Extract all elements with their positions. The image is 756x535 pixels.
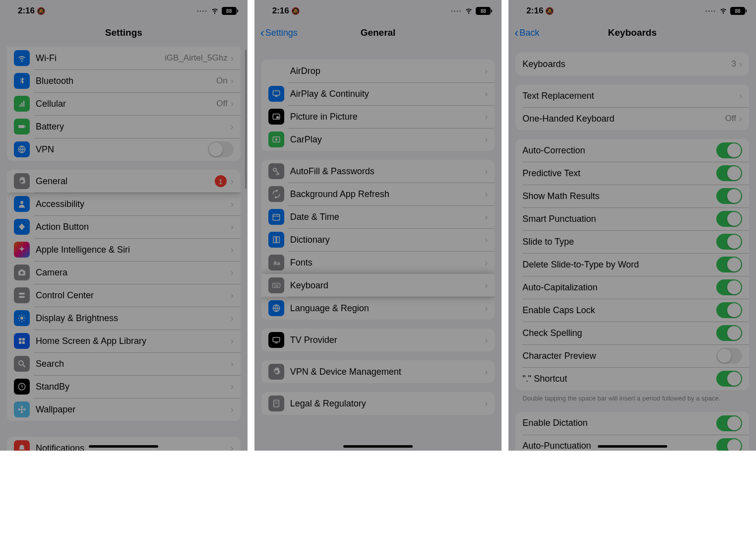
calendar-icon (268, 209, 284, 225)
row-spelling[interactable]: Check Spelling (515, 322, 749, 344)
row-slidetype[interactable]: Slide to Type (515, 230, 749, 253)
row-label: Home Screen & App Library (36, 336, 231, 346)
row-airplay[interactable]: AirPlay & Continuity› (261, 82, 495, 105)
row-charpreview[interactable]: Character Preview (515, 344, 749, 367)
row-tvprovider[interactable]: TV Provider› (261, 329, 495, 351)
row-textreplace[interactable]: Text Replacement› (515, 84, 749, 107)
row-keyboard[interactable]: Keyboard› (261, 274, 495, 297)
settings-content[interactable]: Wi-FiiGB_Airtel_5Ghz›BluetoothOn›Cellula… (0, 44, 248, 451)
wifi-icon (465, 6, 473, 16)
home-indicator[interactable] (89, 445, 158, 448)
row-airdrop[interactable]: AirDrop› (261, 60, 495, 82)
row-legal[interactable]: Legal & Regulatory› (261, 392, 495, 415)
row-wallpaper[interactable]: Wallpaper› (7, 398, 241, 421)
flower-icon (14, 401, 30, 417)
toggle-predictive[interactable] (716, 165, 742, 181)
row-capslock[interactable]: Enable Caps Lock (515, 299, 749, 322)
toggles-group: Auto-CorrectionPredictive TextShow Math … (515, 139, 749, 390)
row-keyboards[interactable]: Keyboards3› (515, 53, 749, 75)
chevron-right-icon: › (231, 199, 234, 209)
globe-icon (14, 141, 30, 157)
toggle-shortcut[interactable] (716, 371, 742, 387)
chevron-right-icon: › (485, 189, 488, 200)
row-label: Action Button (36, 222, 231, 232)
toggle-vpn[interactable] (208, 141, 234, 157)
row-battery[interactable]: Battery› (7, 115, 241, 138)
toggle-smartpunct[interactable] (716, 211, 742, 227)
row-label: Wallpaper (36, 404, 231, 415)
toggle-deleteslide[interactable] (716, 257, 742, 272)
row-label: Check Spelling (522, 328, 716, 338)
row-dictation[interactable]: Enable Dictation (515, 412, 749, 435)
row-math[interactable]: Show Math Results (515, 185, 749, 207)
row-autofill[interactable]: AutoFill & Passwords› (261, 160, 495, 183)
row-display[interactable]: Display & Brightness› (7, 307, 241, 330)
notifications-group: Notifications›Sounds & Haptics› (7, 437, 241, 451)
toggle-spelling[interactable] (716, 325, 742, 341)
dnd-icon: 🔕 (291, 7, 300, 15)
row-label: TV Provider (290, 335, 485, 345)
chevron-right-icon: › (231, 222, 234, 232)
chevron-right-icon: › (231, 53, 234, 64)
row-label: AirDrop (290, 66, 485, 76)
home-indicator[interactable] (343, 445, 413, 448)
status-time: 2:16 (526, 6, 543, 16)
toggle-charpreview[interactable] (716, 348, 742, 364)
back-button[interactable]: ‹ Back (514, 27, 539, 39)
row-wifi[interactable]: Wi-FiiGB_Airtel_5Ghz› (7, 47, 241, 69)
row-carplay[interactable]: CarPlay› (261, 128, 495, 151)
row-bluetooth[interactable]: BluetoothOn› (7, 69, 241, 92)
row-siri[interactable]: Apple Intelligence & Siri› (7, 238, 241, 261)
row-autocorrect[interactable]: Auto-Correction (515, 139, 749, 162)
page-title: Keyboards (608, 27, 657, 38)
row-camera[interactable]: Camera› (7, 261, 241, 284)
row-standby[interactable]: StandBy› (7, 375, 241, 398)
row-language[interactable]: Language & Region› (261, 297, 495, 320)
row-accessibility[interactable]: Accessibility› (7, 193, 241, 215)
row-predictive[interactable]: Predictive Text (515, 162, 749, 185)
status-time: 2:16 (18, 6, 35, 16)
scrollbar[interactable] (245, 50, 247, 189)
toggle-slidetype[interactable] (716, 234, 742, 250)
row-datetime[interactable]: Date & Time› (261, 205, 495, 228)
row-controlcenter[interactable]: Control Center› (7, 284, 241, 307)
row-onehand[interactable]: One-Handed KeyboardOff› (515, 107, 749, 130)
row-label: StandBy (36, 382, 231, 392)
row-autopunct[interactable]: Auto-Punctuation (515, 435, 749, 451)
row-fonts[interactable]: Fonts› (261, 251, 495, 274)
toggle-autocorrect[interactable] (716, 142, 742, 158)
row-actionbutton[interactable]: Action Button› (7, 215, 241, 238)
home-indicator[interactable] (598, 445, 667, 448)
general-content[interactable]: AirDrop›AirPlay & Continuity›Picture in … (254, 44, 502, 451)
row-vpnmgmt[interactable]: VPN & Device Management› (261, 360, 495, 383)
chevron-right-icon: › (485, 335, 488, 345)
row-notifications[interactable]: Notifications› (7, 437, 241, 451)
row-label: Search (36, 359, 231, 369)
row-label: Character Preview (522, 351, 716, 361)
toggle-autopunct[interactable] (716, 438, 742, 451)
toggle-dictation[interactable] (716, 415, 742, 431)
row-dictionary[interactable]: Dictionary› (261, 228, 495, 251)
row-homescreen[interactable]: Home Screen & App Library› (7, 330, 241, 352)
bluetooth-icon (14, 73, 30, 89)
toggle-capslock[interactable] (716, 302, 742, 318)
keyboards-content[interactable]: Keyboards3› Text Replacement›One-Handed … (508, 44, 756, 451)
toggle-math[interactable] (716, 188, 742, 204)
row-vpn[interactable]: VPN (7, 138, 241, 161)
back-button[interactable]: ‹ Settings (260, 27, 298, 39)
row-autocap[interactable]: Auto-Capitalization (515, 276, 749, 299)
row-deleteslide[interactable]: Delete Slide-to-Type by Word (515, 253, 749, 276)
row-general[interactable]: General1› (7, 170, 241, 193)
row-smartpunct[interactable]: Smart Punctuation (515, 207, 749, 230)
chevron-right-icon: › (739, 114, 742, 124)
row-cellular[interactable]: CellularOff› (7, 92, 241, 115)
toggle-autocap[interactable] (716, 279, 742, 295)
row-bgrefresh[interactable]: Background App Refresh› (261, 183, 495, 205)
row-pip[interactable]: Picture in Picture› (261, 105, 495, 128)
chevron-right-icon: › (485, 235, 488, 245)
wifi-icon (14, 50, 30, 66)
row-search[interactable]: Search› (7, 352, 241, 375)
chevron-right-icon: › (485, 280, 488, 291)
row-shortcut[interactable]: "." Shortcut (515, 367, 749, 390)
chevron-right-icon: › (231, 99, 234, 109)
